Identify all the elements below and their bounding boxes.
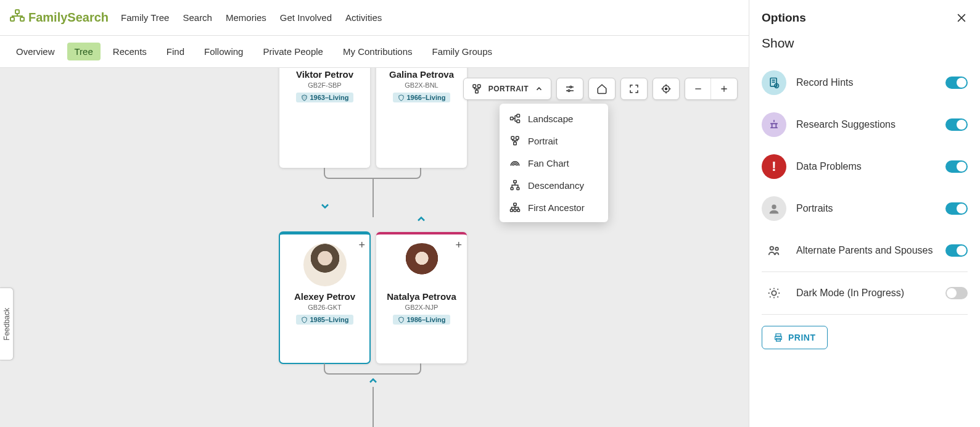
option-row-portraits: Portraits (762, 188, 968, 230)
toggle-alt-parents[interactable] (945, 244, 968, 257)
svg-rect-2 (20, 17, 24, 21)
options-button[interactable] (556, 78, 583, 100)
options-panel: Options Show Record Hints Research Sugge… (749, 0, 980, 427)
zoom-out-button[interactable] (685, 78, 711, 99)
print-button[interactable]: PRINT (762, 326, 828, 349)
person-id: GB26-GKT (283, 304, 366, 311)
add-icon[interactable]: + (358, 239, 365, 251)
lifespan-badge: 1986–Living (393, 315, 451, 325)
main-nav: Family Tree Search Memories Get Involved… (121, 12, 382, 23)
shield-icon (398, 94, 405, 101)
svg-rect-13 (475, 90, 478, 93)
nav-memories[interactable]: Memories (226, 12, 266, 23)
svg-rect-20 (517, 120, 520, 123)
view-option-first-ancestor[interactable]: First Ancestor (500, 196, 608, 218)
subnav-family-groups[interactable]: Family Groups (425, 43, 500, 60)
subnav-tree[interactable]: Tree (67, 43, 101, 60)
zoom-controls (685, 78, 738, 100)
subnav-private-people[interactable]: Private People (255, 43, 331, 60)
person-name: Galina Petrova (380, 69, 463, 80)
chevron-up-icon[interactable] (367, 375, 379, 387)
subnav-overview[interactable]: Overview (9, 43, 62, 60)
person-id: GB2X-NJP (380, 304, 463, 311)
print-icon (773, 333, 783, 342)
person-id: GB2F-SBP (283, 81, 366, 89)
lifespan-text: 1966–Living (407, 94, 446, 101)
person-card-self[interactable]: + Alexey Petrov GB26-GKT 1985–Living (279, 232, 370, 363)
svg-rect-19 (517, 114, 520, 117)
chevron-up-icon (535, 85, 543, 93)
view-option-label: Landscape (528, 114, 573, 124)
connector-line (373, 387, 374, 427)
logo[interactable]: FamilySearch (10, 9, 109, 27)
person-card-father[interactable]: Viktor Petrov GB2F-SBP 1963–Living (279, 68, 370, 168)
view-option-landscape[interactable]: Landscape (500, 107, 608, 130)
toggle-problems[interactable] (945, 160, 968, 173)
svg-point-14 (570, 86, 572, 88)
feedback-label: Feedback (2, 308, 11, 341)
add-icon[interactable]: + (455, 239, 462, 251)
avatar-photo (303, 243, 347, 286)
view-option-fan-chart[interactable]: Fan Chart (500, 152, 608, 174)
toggle-portraits[interactable] (945, 202, 968, 215)
view-option-descendancy[interactable]: Descendancy (500, 174, 608, 196)
show-heading: Show (762, 36, 968, 51)
toggle-research[interactable] (945, 118, 968, 131)
nav-activities[interactable]: Activities (345, 12, 382, 23)
view-option-label: Portrait (528, 136, 558, 146)
options-header: Options (762, 11, 968, 25)
subnav-find[interactable]: Find (159, 43, 192, 60)
chevron-down-icon[interactable] (319, 200, 331, 212)
svg-point-17 (665, 88, 667, 90)
crosshair-icon (661, 83, 672, 94)
svg-point-36 (772, 291, 776, 295)
svg-rect-26 (517, 188, 519, 190)
nav-family-tree[interactable]: Family Tree (121, 12, 169, 23)
option-row-problems: ! Data Problems (762, 146, 968, 188)
nav-get-involved[interactable]: Get Involved (280, 12, 332, 23)
option-label: Dark Mode (In Progress) (796, 287, 936, 300)
subnav-my-contributions[interactable]: My Contributions (336, 43, 420, 60)
print-label: PRINT (788, 333, 816, 342)
first-ancestor-icon (509, 202, 521, 213)
svg-rect-11 (473, 85, 476, 88)
nav-search[interactable]: Search (183, 12, 212, 23)
subnav-recents[interactable]: Recents (105, 43, 154, 60)
tree-canvas[interactable]: Feedback Viktor Petrov GB2F-SBP 1963–Liv… (0, 68, 749, 427)
lifespan-text: 1986–Living (407, 316, 446, 323)
option-row-dark-mode: Dark Mode (In Progress) (762, 272, 968, 315)
svg-rect-30 (517, 209, 520, 212)
dark-mode-icon (762, 281, 786, 305)
fullscreen-button[interactable] (620, 78, 648, 100)
person-id: GB2X-BNL (380, 81, 463, 89)
toggle-record-hints[interactable] (945, 77, 968, 89)
recenter-button[interactable] (653, 78, 680, 100)
connector-bracket (324, 363, 421, 375)
lifespan-badge: 1966–Living (393, 93, 451, 102)
connector-bracket (324, 168, 421, 179)
lifespan-text: 1985–Living (310, 316, 349, 323)
home-button[interactable] (588, 78, 616, 100)
lifespan-badge: 1985–Living (296, 315, 354, 325)
view-option-portrait[interactable]: Portrait (500, 130, 608, 152)
view-option-label: Descendancy (528, 180, 584, 191)
portraits-icon (762, 196, 786, 221)
zoom-in-button[interactable] (711, 78, 737, 99)
person-card-spouse[interactable]: + Natalya Petrova GB2X-NJP 1986–Living (376, 232, 467, 363)
subnav-following[interactable]: Following (197, 43, 250, 60)
toggle-dark-mode[interactable] (945, 287, 968, 299)
svg-rect-23 (514, 142, 517, 145)
portrait-icon (471, 83, 482, 94)
sliders-icon (564, 83, 575, 94)
chevron-up-icon[interactable] (415, 213, 427, 225)
person-card-mother[interactable]: Galina Petrova GB2X-BNL 1966–Living (376, 68, 467, 168)
view-option-label: First Ancestor (528, 202, 585, 213)
alt-parents-icon (762, 238, 786, 263)
lifespan-text: 1963–Living (310, 94, 349, 101)
view-selector[interactable]: PORTRAIT (463, 78, 551, 100)
svg-rect-18 (511, 117, 514, 120)
close-button[interactable] (955, 12, 968, 24)
person-name: Viktor Petrov (283, 69, 366, 80)
lifespan-badge: 1963–Living (296, 93, 354, 102)
feedback-tab[interactable]: Feedback (0, 288, 14, 360)
